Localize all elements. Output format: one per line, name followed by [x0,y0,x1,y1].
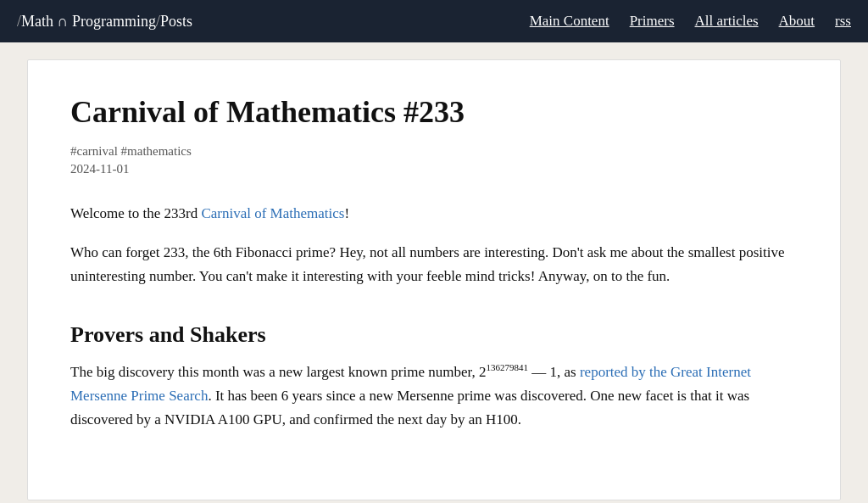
nav-primers[interactable]: Primers [630,13,675,30]
post-title: Carnival of Mathematics #233 [70,94,798,131]
main-content: Carnival of Mathematics #233 #carnival #… [27,59,841,500]
carnival-link[interactable]: Carnival of Mathematics [201,205,344,221]
post-date: 2024-11-01 [70,162,798,176]
breadcrumb: / Math ∩ Programming / Posts [17,13,192,31]
mersenne-exponent: 136279841 [487,362,529,372]
nav-rss[interactable]: rss [835,13,851,30]
intro-paragraph: Welcome to the 233rd Carnival of Mathema… [70,202,798,226]
mersenne-paragraph: The big discovery this month was a new l… [70,360,798,432]
nav-all-articles[interactable]: All articles [695,13,759,30]
mersenne-text-before: The big discovery this month was a new l… [70,364,487,380]
intro-text-after: ! [344,205,349,221]
post-tags: #carnival #mathematics [70,144,798,159]
site-header: / Math ∩ Programming / Posts Main Conten… [0,0,868,42]
post-body: Welcome to the 233rd Carnival of Mathema… [70,202,798,432]
nav-main-content[interactable]: Main Content [530,13,609,30]
main-nav: Main Content Primers All articles About … [530,13,851,30]
posts-link[interactable]: Posts [160,13,192,31]
intro-text-before: Welcome to the 233rd [70,205,201,221]
nav-about[interactable]: About [779,13,815,30]
site-name-link[interactable]: Math ∩ Programming [21,13,156,31]
section1-heading: Provers and Shakers [70,322,798,348]
mersenne-text-mid: — 1, as [528,364,580,380]
fibonacci-paragraph: Who can forget 233, the 6th Fibonacci pr… [70,241,798,288]
